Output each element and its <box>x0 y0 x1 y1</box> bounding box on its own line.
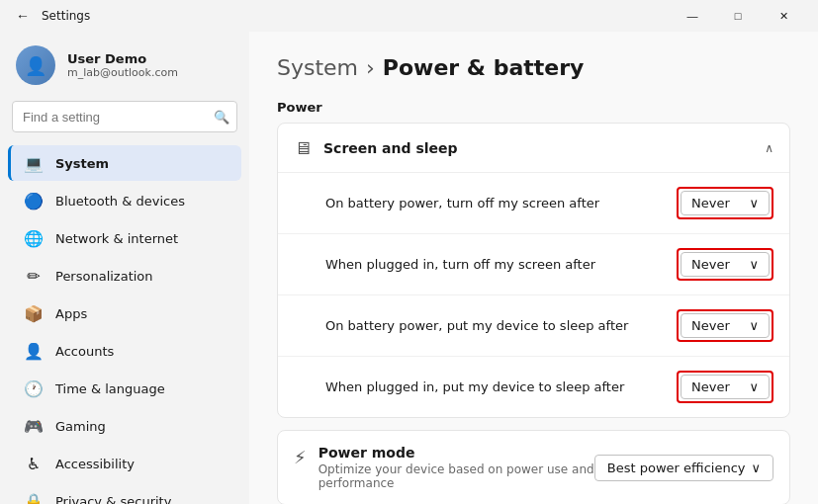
power-mode-row: ⚡ Power mode Optimize your device based … <box>278 431 789 504</box>
sidebar-item-accessibility[interactable]: ♿ Accessibility <box>8 446 241 481</box>
select-control-4[interactable]: Never ∨ <box>681 375 770 399</box>
system-icon: 💻 <box>24 153 44 173</box>
app-body: 👤 User Demo m_lab@outlook.com 🔍 💻 System… <box>0 32 818 504</box>
user-name: User Demo <box>67 51 178 66</box>
time-icon: 🕐 <box>24 378 44 398</box>
sidebar-item-label: Accounts <box>55 344 114 359</box>
title-bar: ← Settings — □ ✕ <box>0 0 818 32</box>
select-control-1[interactable]: Never ∨ <box>681 191 770 215</box>
breadcrumb-parent: System <box>277 55 358 80</box>
back-button[interactable]: ← <box>12 4 34 28</box>
close-button[interactable]: ✕ <box>761 0 806 32</box>
sidebar-item-label: Network & internet <box>55 231 178 246</box>
sidebar-item-label: System <box>55 156 109 171</box>
select-box-2: Never ∨ <box>677 248 773 281</box>
chevron-down-icon-1: ∨ <box>749 196 759 210</box>
select-value-2: Never <box>691 257 730 272</box>
select-control-3[interactable]: Never ∨ <box>681 313 770 338</box>
title-bar-left: ← Settings <box>12 4 90 28</box>
chevron-up-icon: ∧ <box>765 141 773 155</box>
sidebar-item-label: Privacy & security <box>55 494 171 505</box>
setting-row-3: On battery power, put my device to sleep… <box>278 295 789 357</box>
page-header: System › Power & battery <box>277 55 790 80</box>
gaming-icon: 🎮 <box>24 416 44 436</box>
setting-row-4: When plugged in, put my device to sleep … <box>278 357 789 417</box>
user-profile: 👤 User Demo m_lab@outlook.com <box>0 36 249 101</box>
app-title: Settings <box>42 9 90 23</box>
screen-sleep-card: 🖥 Screen and sleep ∧ On battery power, t… <box>277 123 790 418</box>
screen-sleep-header[interactable]: 🖥 Screen and sleep ∧ <box>278 124 789 173</box>
avatar: 👤 <box>16 45 55 85</box>
sidebar-item-label: Personalization <box>55 269 153 284</box>
setting-label-4: When plugged in, put my device to sleep … <box>325 379 624 394</box>
user-info: User Demo m_lab@outlook.com <box>67 51 178 79</box>
screen-icon: 🖥 <box>294 137 312 158</box>
main-content: System › Power & battery Power 🖥 Screen … <box>249 32 818 504</box>
sidebar: 👤 User Demo m_lab@outlook.com 🔍 💻 System… <box>0 32 249 504</box>
power-mode-icon: ⚡ <box>294 447 307 467</box>
privacy-icon: 🔒 <box>24 491 44 504</box>
setting-row-2: When plugged in, turn off my screen afte… <box>278 234 789 295</box>
card-header-left: 🖥 Screen and sleep <box>294 137 458 158</box>
power-mode-value: Best power efficiency <box>607 461 746 475</box>
setting-row-1: On battery power, turn off my screen aft… <box>278 173 789 234</box>
search-box: 🔍 <box>12 101 237 132</box>
setting-label-2: When plugged in, turn off my screen afte… <box>325 257 595 272</box>
power-mode-title: Power mode <box>318 445 594 461</box>
sidebar-item-label: Accessibility <box>55 457 135 471</box>
sidebar-item-accounts[interactable]: 👤 Accounts <box>8 333 241 369</box>
maximize-button[interactable]: □ <box>715 0 761 32</box>
power-mode-desc: Optimize your device based on power use … <box>318 462 594 490</box>
bluetooth-icon: 🔵 <box>24 191 44 210</box>
user-email: m_lab@outlook.com <box>67 66 178 79</box>
breadcrumb-separator: › <box>366 55 375 80</box>
chevron-down-icon-3: ∨ <box>749 318 759 333</box>
setting-label-3: On battery power, put my device to sleep… <box>325 318 628 333</box>
sidebar-item-label: Gaming <box>55 419 106 434</box>
accounts-icon: 👤 <box>24 341 44 361</box>
sidebar-item-privacy[interactable]: 🔒 Privacy & security <box>8 483 241 504</box>
search-icon: 🔍 <box>214 110 229 125</box>
setting-label-1: On battery power, turn off my screen aft… <box>325 196 599 210</box>
select-value-4: Never <box>691 379 730 394</box>
chevron-down-icon-2: ∨ <box>749 257 759 272</box>
sidebar-item-label: Bluetooth & devices <box>55 194 185 209</box>
power-mode-text: Power mode Optimize your device based on… <box>318 445 594 490</box>
select-value-1: Never <box>691 196 730 210</box>
sidebar-item-system[interactable]: 💻 System <box>8 145 241 181</box>
search-input[interactable] <box>12 101 237 132</box>
power-section-label: Power <box>277 100 790 115</box>
sidebar-item-label: Apps <box>55 306 87 321</box>
select-box-3: Never ∨ <box>677 309 773 342</box>
power-mode-card: ⚡ Power mode Optimize your device based … <box>277 430 790 504</box>
breadcrumb-current: Power & battery <box>383 55 585 80</box>
sidebar-item-personalization[interactable]: ✏️ Personalization <box>8 258 241 294</box>
power-mode-info: ⚡ Power mode Optimize your device based … <box>294 445 594 490</box>
sidebar-item-bluetooth[interactable]: 🔵 Bluetooth & devices <box>8 183 241 218</box>
screen-sleep-title: Screen and sleep <box>323 140 458 156</box>
chevron-down-icon-power: ∨ <box>751 461 761 475</box>
sidebar-item-network[interactable]: 🌐 Network & internet <box>8 220 241 256</box>
power-mode-select[interactable]: Best power efficiency ∨ <box>594 455 773 481</box>
sidebar-item-time[interactable]: 🕐 Time & language <box>8 371 241 406</box>
network-icon: 🌐 <box>24 228 44 248</box>
apps-icon: 📦 <box>24 303 44 323</box>
sidebar-item-apps[interactable]: 📦 Apps <box>8 295 241 331</box>
window-controls: — □ ✕ <box>670 0 806 32</box>
chevron-down-icon-4: ∨ <box>749 379 759 394</box>
sidebar-item-gaming[interactable]: 🎮 Gaming <box>8 408 241 444</box>
select-value-3: Never <box>691 318 730 333</box>
select-box-1: Never ∨ <box>677 187 773 219</box>
sidebar-item-label: Time & language <box>55 381 165 396</box>
accessibility-icon: ♿ <box>24 454 44 473</box>
minimize-button[interactable]: — <box>670 0 715 32</box>
select-control-2[interactable]: Never ∨ <box>681 252 770 277</box>
personalization-icon: ✏️ <box>24 266 44 286</box>
select-box-4: Never ∨ <box>677 371 773 403</box>
